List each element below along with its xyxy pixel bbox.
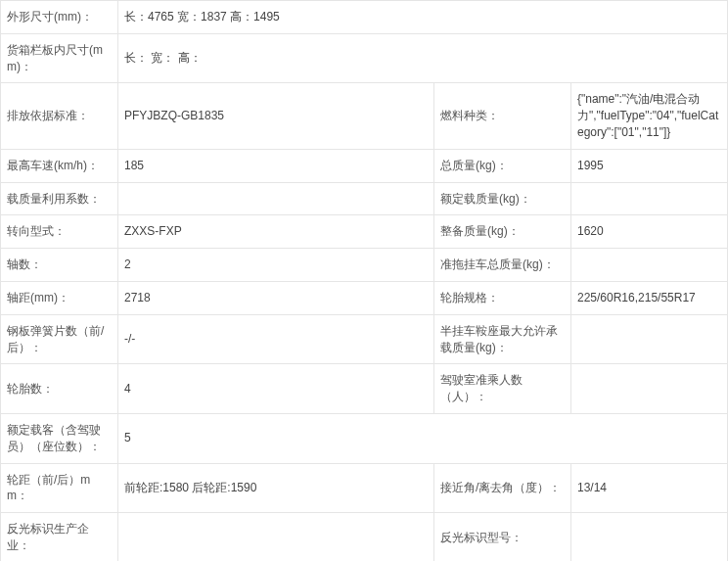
row-value-right	[570, 314, 727, 364]
table-row: 反光标识生产企业：反光标识型号：	[1, 513, 728, 561]
table-row: 轴数：2准拖挂车总质量(kg)：	[1, 249, 728, 282]
table-row: 外形尺寸(mm)：长：4765 宽：1837 高：1495	[1, 1, 728, 34]
table-row: 轮胎数：4驾驶室准乘人数（人）：	[1, 364, 728, 414]
row-value-left: 4	[118, 364, 434, 414]
row-label-left: 轴数：	[1, 249, 118, 282]
table-row: 货箱栏板内尺寸(mm)：长： 宽： 高：	[1, 33, 728, 83]
table-row: 轴距(mm)：2718轮胎规格：225/60R16,215/55R17	[1, 281, 728, 314]
row-label-left: 载质量利用系数：	[1, 182, 118, 215]
row-value-right	[570, 513, 727, 561]
row-label-left: 额定载客（含驾驶员）（座位数）：	[1, 413, 118, 463]
row-label-left: 最高车速(km/h)：	[1, 149, 118, 182]
row-value-full: 5	[118, 413, 728, 463]
row-label-right: 整备质量(kg)：	[433, 215, 570, 249]
row-value-left: 前轮距:1580 后轮距:1590	[118, 463, 434, 513]
row-label-left: 货箱栏板内尺寸(mm)：	[1, 33, 118, 83]
row-value-left: 185	[118, 149, 434, 182]
row-label-right: 轮胎规格：	[433, 281, 570, 314]
row-label-right: 半挂车鞍座最大允许承载质量(kg)：	[433, 314, 570, 364]
table-row: 轮距（前/后）mm：前轮距:1580 后轮距:1590接近角/离去角（度）：13…	[1, 463, 728, 513]
row-label-left: 钢板弹簧片数（前/后）：	[1, 314, 118, 364]
spec-table: 外形尺寸(mm)：长：4765 宽：1837 高：1495货箱栏板内尺寸(mm)…	[0, 0, 728, 561]
row-label-left: 转向型式：	[1, 215, 118, 249]
table-row: 额定载客（含驾驶员）（座位数）：5	[1, 413, 728, 463]
row-value-full: 长：4765 宽：1837 高：1495	[118, 1, 728, 34]
row-value-full: 长： 宽： 高：	[118, 33, 728, 83]
row-value-left: 2718	[118, 281, 434, 314]
row-label-left: 外形尺寸(mm)：	[1, 1, 118, 34]
row-value-right: 1620	[570, 215, 727, 249]
row-label-right: 燃料种类：	[433, 83, 570, 149]
row-value-left	[118, 513, 434, 561]
row-label-right: 额定载质量(kg)：	[433, 182, 570, 215]
row-value-left: PFYJBZQ-GB1835	[118, 83, 434, 149]
row-label-right: 驾驶室准乘人数（人）：	[433, 364, 570, 414]
row-value-left	[118, 182, 434, 215]
row-label-left: 轮距（前/后）mm：	[1, 463, 118, 513]
row-label-right: 总质量(kg)：	[433, 149, 570, 182]
row-label-left: 排放依据标准：	[1, 83, 118, 149]
row-value-left: -/-	[118, 314, 434, 364]
row-value-right	[570, 364, 727, 414]
row-value-right	[570, 182, 727, 215]
table-row: 载质量利用系数：额定载质量(kg)：	[1, 182, 728, 215]
row-label-left: 轴距(mm)：	[1, 281, 118, 314]
row-label-left: 轮胎数：	[1, 364, 118, 414]
table-row: 钢板弹簧片数（前/后）：-/-半挂车鞍座最大允许承载质量(kg)：	[1, 314, 728, 364]
row-label-right: 反光标识型号：	[433, 513, 570, 561]
table-row: 转向型式：ZXXS-FXP整备质量(kg)：1620	[1, 215, 728, 249]
row-value-right: 1995	[570, 149, 727, 182]
row-label-left: 反光标识生产企业：	[1, 513, 118, 561]
row-value-right: 225/60R16,215/55R17	[570, 281, 727, 314]
row-label-right: 接近角/离去角（度）：	[433, 463, 570, 513]
row-value-right: {"name":"汽油/电混合动力","fuelType":"04","fuel…	[570, 83, 727, 149]
row-value-left: 2	[118, 249, 434, 282]
row-value-right	[570, 249, 727, 282]
table-row: 排放依据标准：PFYJBZQ-GB1835燃料种类：{"name":"汽油/电混…	[1, 83, 728, 149]
row-value-right: 13/14	[570, 463, 727, 513]
row-value-left: ZXXS-FXP	[118, 215, 434, 249]
table-row: 最高车速(km/h)：185总质量(kg)：1995	[1, 149, 728, 182]
row-label-right: 准拖挂车总质量(kg)：	[433, 249, 570, 282]
